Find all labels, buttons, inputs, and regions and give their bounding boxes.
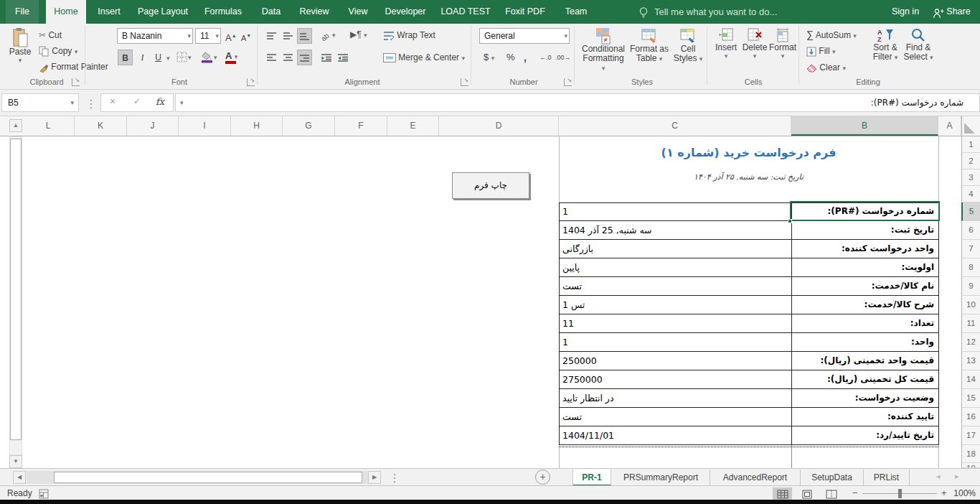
tab-team[interactable]: Team <box>558 0 594 24</box>
zoom-out-button[interactable]: − <box>852 487 858 498</box>
copy-button[interactable]: Copy ▾ <box>39 43 77 59</box>
align-right-button[interactable] <box>297 50 312 65</box>
sort-filter-button[interactable]: AZ Sort & Filter ▾ <box>870 27 901 62</box>
column-header-F[interactable]: F <box>335 116 387 136</box>
row-header-2[interactable]: 2 <box>961 153 980 169</box>
align-middle-button[interactable] <box>281 28 296 44</box>
print-form-button[interactable]: چاپ فرم <box>452 172 529 199</box>
tab-data[interactable]: Data <box>254 0 288 24</box>
tell-me-box[interactable]: Tell me what you want to do... <box>654 0 777 24</box>
column-header-G[interactable]: G <box>283 116 335 136</box>
cell-B9[interactable]: نام کالا/خدمت: <box>791 277 938 296</box>
wrap-text-button[interactable]: Wrap Text <box>383 27 435 43</box>
row-header-4[interactable]: 4 <box>961 186 980 202</box>
tab-view[interactable]: View <box>341 0 374 24</box>
column-header-J[interactable]: J <box>127 116 179 136</box>
font-name-combo[interactable]: B Nazanin▾ <box>117 28 193 44</box>
column-header-E[interactable]: E <box>387 116 439 136</box>
fill-button[interactable]: Fill ▾ <box>806 43 836 59</box>
decrease-decimal-button[interactable]: .00→ <box>555 50 571 65</box>
row-header-7[interactable]: 7 <box>961 240 980 258</box>
decrease-indent-button[interactable] <box>319 50 334 65</box>
merge-center-button[interactable]: Merge & Center ▾ <box>383 50 465 65</box>
row-header-16[interactable]: 16 <box>961 408 980 426</box>
cell-C17[interactable]: 1404/11/01 <box>559 426 791 445</box>
comma-style-button[interactable]: , <box>524 50 527 65</box>
underline-button[interactable]: U <box>151 50 166 65</box>
tab-page-layout[interactable]: Page Layout <box>133 0 192 24</box>
row-header-17[interactable]: 17 <box>961 426 980 445</box>
horizontal-scrollbar-thumb[interactable] <box>54 472 362 483</box>
cell-B10[interactable]: شرح کالا/خدمت: <box>791 296 938 314</box>
column-header-D[interactable]: D <box>439 116 559 136</box>
paste-button[interactable]: Paste ▾ <box>6 27 34 64</box>
row-header-13[interactable]: 13 <box>961 352 980 370</box>
sheet-tab-pr1[interactable]: PR-1 <box>573 470 611 486</box>
sign-in-button[interactable]: Sign in <box>887 0 924 24</box>
row-header-6[interactable]: 6 <box>961 221 980 240</box>
format-painter-button[interactable]: Format Painter <box>39 59 108 75</box>
cell-B17[interactable]: تاریخ تایید/رد: <box>791 426 938 445</box>
shrink-font-button[interactable]: A▼ <box>241 28 251 44</box>
cell-C5[interactable]: 1 <box>559 202 791 221</box>
row-header-10[interactable]: 10 <box>961 296 980 314</box>
new-sheet-button[interactable]: + <box>535 470 550 485</box>
normal-view-button[interactable] <box>773 487 792 500</box>
column-header-C[interactable]: C <box>559 116 791 136</box>
share-button[interactable]: Share <box>943 0 974 24</box>
cut-button[interactable]: ✂ Cut <box>39 27 62 43</box>
column-header-B[interactable]: B <box>791 116 938 136</box>
row-header-1[interactable]: 1 <box>961 136 980 153</box>
fill-handle[interactable] <box>788 219 792 223</box>
worksheet-grid[interactable]: فرم درخواست خرید (شماره ۱) تاریخ ثبت: سه… <box>0 136 980 468</box>
tab-nav-prev-icon[interactable]: ◂ <box>936 472 941 481</box>
cell-B8[interactable]: اولویت: <box>791 258 938 277</box>
cell-B5[interactable]: شماره درخواست (#PR): <box>791 202 938 221</box>
increase-decimal-button[interactable]: ←.0 <box>540 50 552 65</box>
form-subtitle-cell[interactable]: تاریخ ثبت: سه شنبه, ۲۵ آذر ۱۴۰۴ <box>559 172 938 182</box>
cell-C10[interactable]: تس 1 <box>559 296 791 314</box>
insert-cells-button[interactable]: Insert ▾ <box>713 27 739 60</box>
align-left-button[interactable] <box>264 50 279 65</box>
number-format-combo[interactable]: General▾ <box>479 28 570 44</box>
alignment-dialog-launcher[interactable]: ↘ <box>461 78 468 86</box>
format-cells-button[interactable]: Format ▾ <box>769 27 796 60</box>
font-dialog-launcher[interactable]: ↘ <box>247 78 255 86</box>
tab-formulas[interactable]: Formulas <box>199 0 247 24</box>
cell-C11[interactable]: 11 <box>559 314 791 333</box>
orientation-button[interactable]: ab▾ <box>320 29 336 41</box>
cell-C9[interactable]: تست <box>559 277 791 296</box>
column-header-H[interactable]: H <box>231 116 283 136</box>
cell-C7[interactable]: بازرگانی <box>559 240 791 258</box>
page-break-view-button[interactable] <box>821 487 841 500</box>
tab-home[interactable]: Home <box>46 0 86 24</box>
text-direction-button[interactable]: ▶¶ ▾ <box>350 29 367 39</box>
font-color-button[interactable]: A ▾ <box>225 50 237 61</box>
cancel-icon[interactable]: × <box>110 95 116 107</box>
tab-review[interactable]: Review <box>294 0 334 24</box>
accounting-format-button[interactable]: $ ▾ <box>484 50 494 65</box>
cell-B16[interactable]: تایید کننده: <box>791 408 938 426</box>
macro-record-icon[interactable] <box>39 488 49 499</box>
cell-B14[interactable]: قیمت کل تخمینی (ریال): <box>791 370 938 389</box>
tab-file[interactable]: File <box>6 0 39 24</box>
align-center-button[interactable] <box>281 50 296 65</box>
find-select-button[interactable]: Find & Select ▾ <box>903 27 934 62</box>
autosum-button[interactable]: ∑ AutoSum ▾ <box>806 27 857 42</box>
column-header-L[interactable]: L <box>22 116 75 136</box>
tab-splitter[interactable]: ⋮ <box>389 471 400 485</box>
column-header-I[interactable]: I <box>179 116 231 136</box>
font-size-combo[interactable]: 11▾ <box>195 28 221 44</box>
tab-foxit-pdf[interactable]: Foxit PDF <box>499 0 551 24</box>
tab-insert[interactable]: Insert <box>92 0 126 24</box>
grow-font-button[interactable]: A▲ <box>225 28 237 44</box>
formula-bar-splitter[interactable]: ⋮ <box>85 97 97 111</box>
formula-input[interactable]: شماره درخواست (#PR): ▾ <box>175 93 980 112</box>
cell-B13[interactable]: قیمت واحد تخمینی (ریال): <box>791 352 938 370</box>
cell-C8[interactable]: پایین <box>559 258 791 277</box>
zoom-level[interactable]: 100% <box>951 488 976 498</box>
conditional-formatting-button[interactable]: ≠ Conditional Formatting ▾ <box>581 27 626 73</box>
cell-B15[interactable]: وضعیت درخواست: <box>791 389 938 408</box>
clear-button[interactable]: Clear ▾ <box>806 60 846 75</box>
name-box[interactable]: B5 ▾ <box>1 93 79 112</box>
